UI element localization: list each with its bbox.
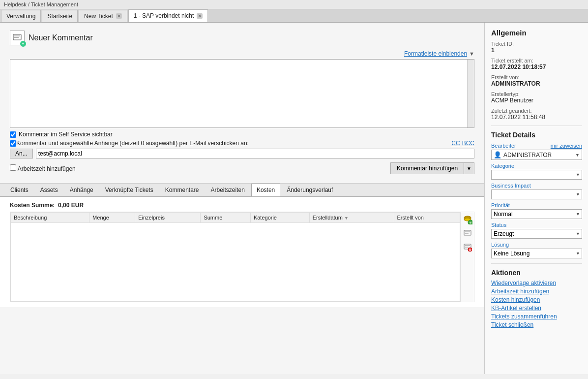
kommentar-title: Neuer Kommentar	[29, 33, 93, 42]
ticket-id-value: 1	[491, 47, 582, 54]
kosten-add-btn[interactable]: +	[462, 214, 473, 225]
assign-link[interactable]: mir zuweisen	[551, 143, 582, 149]
right-sidebar: Allgemein Ticket ID: 1 Ticket erstellt a…	[485, 23, 588, 374]
tab-arbeitszeiten[interactable]: Arbeitszeiten	[206, 184, 250, 196]
sidebar-divider-2	[491, 263, 582, 264]
aktion-kb-artikel[interactable]: KB-Artikel erstellen	[491, 305, 582, 312]
format-bar-arrow: ▼	[469, 51, 474, 57]
tab-verknuepfte[interactable]: Verknüpfte Tickets	[100, 184, 159, 196]
tab-verwaltung[interactable]: Verwaltung	[1, 10, 41, 22]
col-summe[interactable]: Summe	[201, 213, 251, 223]
email-label: Kommentar und ausgewählte Anhänge (derze…	[16, 140, 249, 147]
tab-new-ticket-close[interactable]: ✕	[116, 13, 122, 19]
aktion-schliessen[interactable]: Ticket schließen	[491, 321, 582, 328]
business-impact-field: Business Impact	[491, 183, 582, 199]
tab-startseite[interactable]: Startseite	[42, 10, 78, 22]
prioritaet-label: Priorität	[491, 202, 582, 208]
erstellertyp-value: ACMP Benutzer	[491, 97, 582, 104]
aktionen-section: Aktionen Wiedervorlage aktivieren Arbeit…	[491, 269, 582, 328]
kommentar-header: + Neuer Kommentar	[10, 31, 474, 45]
kosten-tbody	[11, 223, 460, 302]
zuletzt-geaendert-label: Zuletzt geändert:	[491, 108, 582, 114]
col-menge[interactable]: Menge	[89, 213, 135, 223]
tab-new-ticket[interactable]: New Ticket ✕	[79, 10, 127, 22]
center-content: + Neuer Kommentar Formatleiste einblende…	[0, 23, 485, 374]
loesung-label: Lösung	[491, 242, 582, 248]
erstellt-von-value: ADMINISTRATOR	[491, 80, 582, 87]
details-title: Ticket Details	[491, 131, 582, 139]
kommentar-hinzufuegen-btn[interactable]: Kommentar hinzufügen	[390, 162, 464, 174]
col-erstelldatum[interactable]: Erstelldatum ▼	[309, 213, 394, 223]
ticket-id-label: Ticket ID:	[491, 41, 582, 47]
prioritaet-select[interactable]: Normal	[491, 209, 582, 219]
tab-anhaenge[interactable]: Anhänge	[64, 184, 99, 196]
kosten-delete-btn[interactable]: ✕	[462, 242, 473, 253]
user-icon: 👤	[494, 151, 501, 158]
cc-bcc-group: CC BCC	[451, 140, 474, 147]
kommentar-textarea[interactable]	[10, 60, 474, 127]
text-area-scrollbar	[467, 60, 474, 127]
business-impact-select[interactable]	[491, 190, 582, 199]
tab-kosten[interactable]: Kosten	[251, 184, 280, 196]
erstellt-von-label: Erstellt von:	[491, 74, 582, 80]
format-bar-toggle: Formatleiste einblenden ▼	[10, 50, 474, 57]
tab-clients[interactable]: Clients	[5, 184, 34, 196]
tab-sap-close[interactable]: ✕	[197, 13, 203, 19]
status-select-wrapper: Erzeugt	[491, 229, 582, 239]
text-area-container	[10, 59, 474, 128]
svg-text:✕: ✕	[468, 248, 471, 252]
tab-aenderungsverlauf[interactable]: Änderungsverlauf	[281, 184, 338, 196]
kategorie-field: Kategorie	[491, 163, 582, 180]
email-checkbox[interactable]	[10, 140, 16, 147]
svg-rect-10	[464, 230, 471, 235]
format-bar-link[interactable]: Formatleiste einblenden	[404, 50, 467, 57]
bcc-link[interactable]: BCC	[462, 140, 474, 147]
plus-badge: +	[20, 41, 26, 47]
sidebar-divider	[491, 126, 582, 126]
inner-tabs: Clients Assets Anhänge Verknüpfte Ticket…	[0, 183, 484, 197]
bearbeiter-dropdown-arrow: ▼	[575, 153, 580, 158]
erstellt-am-label: Ticket erstellt am:	[491, 58, 582, 63]
aktion-kosten[interactable]: Kosten hinzufügen	[491, 296, 582, 303]
col-erstellt-von[interactable]: Erstellt von	[394, 213, 460, 223]
col-beschreibung[interactable]: Beschreibung	[11, 213, 89, 223]
to-input[interactable]	[36, 149, 474, 158]
status-field: Status Erzeugt	[491, 222, 582, 239]
aktion-wiedervorlage[interactable]: Wiedervorlage aktivieren	[491, 280, 582, 286]
arbeitszeit-checkbox[interactable]	[10, 164, 16, 171]
title-bar: Helpdesk / Ticket Management	[0, 0, 588, 9]
prioritaet-select-wrapper: Normal	[491, 209, 582, 219]
prioritaet-field: Priorität Normal	[491, 202, 582, 219]
aktion-zusammenfuehren[interactable]: Tickets zusammenführen	[491, 313, 582, 320]
status-select[interactable]: Erzeugt	[491, 229, 582, 239]
cc-link[interactable]: CC	[451, 140, 460, 147]
title-text: Helpdesk / Ticket Management	[4, 1, 78, 7]
email-checkbox-row: Kommentar und ausgewählte Anhänge (derze…	[10, 140, 474, 147]
kosten-edit-btn[interactable]	[462, 228, 473, 239]
arbeitszeit-row: Arbeitszeit hinzufügen Kommentar hinzufü…	[10, 162, 474, 174]
kommentar-btn-group: Kommentar hinzufügen ▼	[390, 162, 474, 174]
self-service-label: Kommentar im Self Service sichtbar	[19, 131, 113, 138]
col-kategorie[interactable]: Kategorie	[250, 213, 309, 223]
to-button[interactable]: An...	[10, 149, 33, 158]
bearbeiter-field: Bearbeiter mir zuweisen 👤 ADMINISTRATOR …	[491, 143, 582, 160]
bearbeiter-value[interactable]: 👤 ADMINISTRATOR ▼	[491, 150, 582, 160]
kosten-table: Beschreibung Menge Einzelpreis Summe	[10, 212, 460, 302]
kategorie-select[interactable]	[491, 170, 582, 180]
business-impact-label: Business Impact	[491, 183, 582, 189]
kommentar-icon: +	[10, 31, 25, 45]
tab-assets[interactable]: Assets	[35, 184, 63, 196]
col-einzelpreis[interactable]: Einzelpreis	[135, 213, 201, 223]
kommentar-section: + Neuer Kommentar Formatleiste einblende…	[0, 23, 484, 179]
loesung-field: Lösung Keine Lösung	[491, 242, 582, 258]
main-layout: + Neuer Kommentar Formatleiste einblende…	[0, 23, 588, 374]
kommentar-btn-dropdown[interactable]: ▼	[464, 162, 474, 174]
tab-kommentare[interactable]: Kommentare	[160, 184, 205, 196]
loesung-select[interactable]: Keine Lösung	[491, 249, 582, 258]
tab-sap[interactable]: 1 - SAP verbindet nicht ✕	[128, 9, 208, 22]
kosten-summe: Kosten Summe: 0,00 EUR	[10, 202, 474, 209]
kosten-actions: +	[460, 212, 474, 302]
aktion-arbeitszeit[interactable]: Arbeitszeit hinzufügen	[491, 288, 582, 295]
kategorie-select-wrapper	[491, 170, 582, 180]
self-service-checkbox[interactable]	[10, 131, 16, 138]
